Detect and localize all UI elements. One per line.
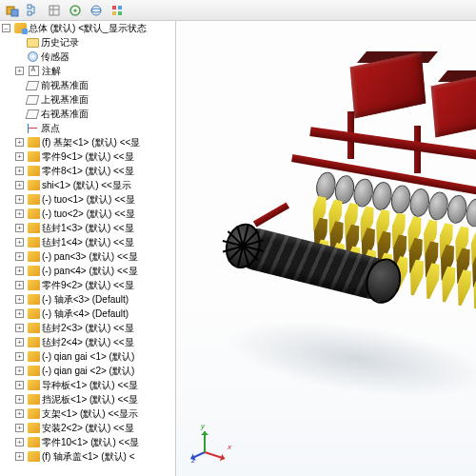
expand-icon[interactable]: + [15,224,24,232]
top-toolbar [0,0,476,21]
tree-sensors[interactable]: 传感器 [0,50,175,64]
tool-tree-icon[interactable] [25,2,42,19]
tree-part-item[interactable]: +(-) qian gai <2> (默认) [0,364,175,378]
tree-part-item[interactable]: +挡泥板<1> (默认) <<显 [0,392,175,407]
axis-y-icon [204,431,206,452]
tree-plane-front[interactable]: 前视基准面 [0,78,175,92]
tree-part-item[interactable]: +(f) 基架<1> (默认) <<显 [0,135,175,149]
tree-plane-right[interactable]: 右视基准面 [0,107,175,121]
collapse-icon[interactable]: – [2,24,10,32]
expand-icon[interactable]: + [15,452,24,461]
expand-icon[interactable]: + [15,338,24,347]
expand-icon[interactable]: + [15,238,24,247]
axis-x-icon [205,451,226,460]
tool-property-icon[interactable] [46,2,63,19]
feature-tree-panel[interactable]: – 总体 (默认) <默认_显示状态 历史记录 传感器 + 注解 前视基准面 上… [0,21,176,476]
tool-config-icon[interactable] [67,2,84,19]
svg-point-9 [91,6,101,15]
svg-rect-2 [28,5,31,9]
tree-part-item[interactable]: +(f) 轴承盖<1> (默认) < [0,449,175,464]
tree-part-item[interactable]: +毡封2<4> (默认) <<显 [0,335,175,349]
tree-part-item[interactable]: +支架<1> (默认) <<显示 [0,407,175,421]
tree-part-item[interactable]: +零件9<1> (默认) <<显 [0,149,175,164]
root-label: 总体 (默认) <默认_显示状态 [29,22,147,35]
expand-icon[interactable]: + [15,67,24,75]
svg-rect-3 [28,11,31,15]
tool-display-icon[interactable] [88,2,105,19]
tree-part-item[interactable]: +(-) pan<4> (默认) <<显 [0,264,175,278]
tool-appearance-icon[interactable] [109,2,126,19]
tree-part-item[interactable]: +零件10<1> (默认) <<显 [0,435,175,449]
expand-icon[interactable]: + [15,367,24,375]
expand-icon[interactable]: + [15,281,24,289]
expand-icon[interactable]: + [15,252,24,261]
tree-part-item[interactable]: +(-) 轴承<3> (Default) [0,292,175,307]
svg-point-8 [74,9,77,11]
tree-history[interactable]: 历史记录 [0,35,175,50]
expand-icon[interactable]: + [15,167,24,175]
svg-rect-13 [112,11,116,15]
tree-part-item[interactable]: +(-) tuo<2> (默认) <<显 [0,207,175,221]
model-render [195,30,476,430]
svg-rect-11 [112,6,116,10]
tree-part-item[interactable]: +(-) pan<3> (默认) <<显 [0,249,175,264]
expand-icon[interactable]: + [15,195,24,204]
svg-rect-1 [11,10,18,16]
expand-icon[interactable]: + [15,424,24,432]
expand-icon[interactable]: + [15,209,24,218]
svg-rect-4 [50,6,59,15]
tree-part-item[interactable]: +(-) 轴承<4> (Default) [0,307,175,321]
expand-icon[interactable]: + [15,152,24,161]
expand-icon[interactable]: + [15,438,24,446]
expand-icon[interactable]: + [15,352,24,361]
tree-part-item[interactable]: +零件9<2> (默认) <<显 [0,278,175,292]
view-triad[interactable]: x y z [195,419,239,463]
expand-icon[interactable]: + [15,324,24,332]
svg-point-10 [91,9,101,12]
tree-part-item[interactable]: +shi<1> (默认) <<显示 [0,178,175,192]
tree-origin[interactable]: 原点 [0,121,175,135]
main-area: – 总体 (默认) <默认_显示状态 历史记录 传感器 + 注解 前视基准面 上… [0,21,476,476]
tree-part-item[interactable]: +安装2<2> (默认) <<显 [0,421,175,435]
svg-rect-14 [118,11,122,15]
tree-part-item[interactable]: +毡封2<3> (默认) <<显 [0,321,175,335]
tree-part-item[interactable]: +(-) qian gai <1> (默认) [0,349,175,364]
expand-icon[interactable]: + [15,309,24,318]
tree-part-item[interactable]: +零件8<1> (默认) <<显 [0,164,175,178]
expand-icon[interactable]: + [15,267,24,275]
tool-assembly-icon[interactable] [4,2,21,19]
tree-part-item[interactable]: +毡封1<4> (默认) <<显 [0,235,175,249]
tree-root[interactable]: – 总体 (默认) <默认_显示状态 [0,21,175,35]
expand-icon[interactable]: + [15,409,24,418]
svg-rect-12 [118,6,122,10]
tree-annotations[interactable]: + 注解 [0,64,175,78]
tree-part-item[interactable]: +毡封1<3> (默认) <<显 [0,221,175,235]
expand-icon[interactable]: + [15,395,24,404]
expand-icon[interactable]: + [15,138,24,147]
expand-icon[interactable]: + [15,381,24,389]
expand-icon[interactable]: + [15,295,24,304]
tree-plane-top[interactable]: 上视基准面 [0,92,175,107]
expand-icon[interactable]: + [15,181,24,189]
tree-part-item[interactable]: +(-) tuo<1> (默认) <<显 [0,192,175,207]
3d-viewport[interactable]: x y z [176,21,476,476]
tree-part-item[interactable]: +导种板<1> (默认) <<显 [0,378,175,392]
